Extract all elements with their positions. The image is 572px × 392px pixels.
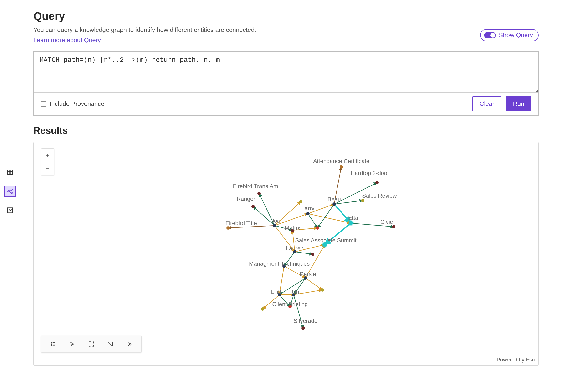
graph-edge — [294, 290, 322, 295]
graph-edge — [279, 278, 305, 295]
graph-edge — [295, 245, 325, 252]
graph-edge — [334, 167, 341, 204]
graph-node[interactable] — [392, 225, 395, 229]
graph-node[interactable] — [293, 250, 297, 253]
query-textarea[interactable] — [34, 51, 538, 92]
graph-node[interactable] — [340, 165, 343, 169]
table-view-tab[interactable] — [4, 166, 16, 178]
svg-point-2 — [51, 343, 52, 344]
graph-node[interactable] — [226, 226, 230, 230]
graph-edge — [294, 278, 305, 295]
attribution-text: Powered by Esri — [497, 357, 535, 363]
clear-button[interactable]: Clear — [472, 96, 501, 111]
graph-node[interactable] — [257, 192, 261, 195]
include-provenance-checkbox[interactable]: Include Provenance — [41, 100, 104, 108]
checkbox-icon — [41, 101, 46, 107]
page-description: You can query a knowledge graph to ident… — [33, 26, 256, 34]
graph-edge — [259, 193, 275, 226]
graph-edge — [275, 226, 292, 230]
query-box: Include Provenance Clear Run — [33, 51, 539, 116]
graph-edge — [305, 278, 322, 290]
graph-edge — [275, 202, 301, 226]
results-view-tabs — [4, 166, 16, 216]
svg-rect-8 — [8, 170, 13, 175]
graph-node[interactable] — [320, 288, 324, 292]
results-panel: Attendance CertificateHardtop 2-doorFire… — [33, 142, 539, 366]
graph-edge — [279, 295, 290, 307]
graph-edge — [275, 214, 308, 226]
graph-edge — [284, 266, 305, 278]
graph-edge — [292, 228, 318, 230]
graph-edge — [308, 214, 318, 228]
svg-line-17 — [9, 192, 11, 193]
more-tools-button[interactable] — [120, 337, 139, 351]
toggle-switch-icon — [484, 32, 496, 38]
graph-edge — [308, 204, 334, 214]
graph-edge — [284, 252, 295, 266]
run-button[interactable]: Run — [506, 96, 531, 111]
graph-canvas[interactable]: Attendance CertificateHardtop 2-doorFire… — [34, 142, 538, 365]
svg-line-16 — [9, 190, 11, 191]
chart-view-tab[interactable] — [4, 205, 16, 216]
graph-node[interactable] — [302, 327, 305, 330]
graph-edge — [279, 266, 284, 295]
graph-node[interactable] — [299, 200, 302, 203]
graph-edge — [334, 200, 363, 204]
zoom-in-button[interactable]: + — [41, 148, 54, 162]
page-title: Query — [33, 10, 256, 22]
svg-rect-6 — [89, 342, 94, 346]
graph-node[interactable] — [361, 199, 365, 202]
include-provenance-label: Include Provenance — [49, 100, 104, 108]
graph-node[interactable] — [375, 181, 379, 184]
graph-edge — [295, 252, 313, 254]
results-title: Results — [33, 125, 539, 136]
graph-node[interactable] — [288, 305, 292, 308]
graph-view-tab[interactable] — [4, 185, 16, 197]
zoom-controls: + − — [41, 148, 54, 176]
graph-node[interactable] — [311, 253, 314, 256]
graph-node[interactable] — [349, 221, 353, 225]
graph-node[interactable] — [316, 226, 319, 230]
graph-toolbar — [41, 336, 142, 352]
show-query-toggle[interactable]: Show Query — [480, 29, 539, 41]
layout-tool-button[interactable] — [101, 337, 120, 351]
learn-more-link[interactable]: Learn more about Query — [33, 36, 101, 44]
graph-node[interactable] — [333, 202, 336, 206]
graph-edge — [292, 230, 295, 252]
zoom-out-button[interactable]: − — [41, 162, 54, 175]
graph-node[interactable] — [304, 276, 307, 280]
graph-node[interactable] — [273, 224, 276, 227]
graph-edge — [334, 183, 377, 204]
graph-edge — [228, 226, 275, 228]
pointer-tool-button[interactable] — [63, 337, 82, 351]
graph-edge — [253, 207, 275, 226]
graph-edge — [263, 295, 279, 309]
graph-node[interactable] — [292, 293, 295, 296]
graph-node[interactable] — [278, 293, 281, 296]
svg-point-0 — [51, 342, 52, 343]
graph-node[interactable] — [282, 264, 286, 268]
graph-node[interactable] — [291, 229, 294, 232]
graph-node[interactable] — [306, 212, 310, 215]
legend-button[interactable] — [44, 337, 63, 351]
select-tool-button[interactable] — [82, 337, 101, 351]
svg-point-4 — [51, 345, 52, 346]
graph-edge — [325, 223, 351, 245]
show-query-label: Show Query — [499, 32, 533, 39]
graph-node[interactable] — [252, 205, 255, 208]
graph-edge — [294, 295, 303, 328]
graph-node[interactable] — [261, 307, 264, 311]
graph-edge — [351, 223, 394, 227]
graph-edge — [305, 245, 325, 278]
graph-node[interactable] — [322, 243, 327, 247]
